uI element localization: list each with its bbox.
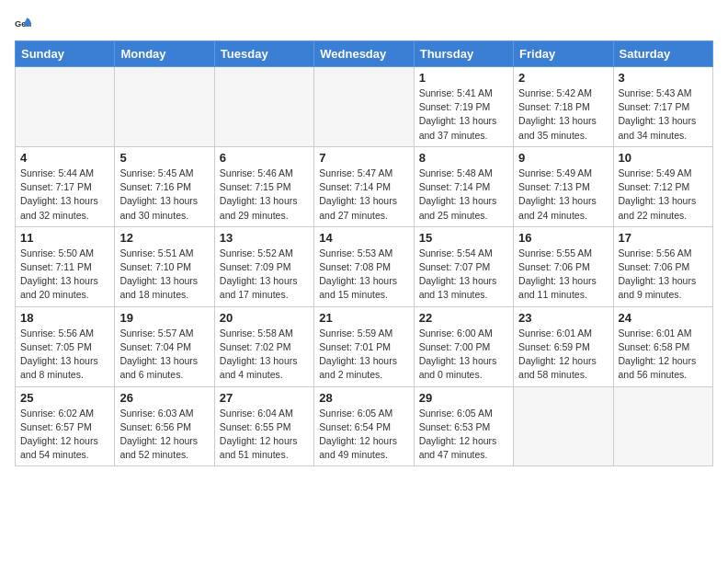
day-number: 26 [119, 391, 209, 405]
calendar-cell [613, 386, 712, 466]
calendar-cell [115, 67, 214, 147]
calendar-cell: 6Sunrise: 5:46 AM Sunset: 7:15 PM Daylig… [214, 146, 313, 226]
day-info: Sunrise: 6:04 AM Sunset: 6:55 PM Dayligh… [220, 407, 309, 463]
day-info: Sunrise: 5:41 AM Sunset: 7:19 PM Dayligh… [419, 86, 508, 143]
calendar-cell: 29Sunrise: 6:05 AM Sunset: 6:53 PM Dayli… [414, 386, 513, 466]
logo-icon: Gen [15, 15, 33, 33]
day-info: Sunrise: 5:54 AM Sunset: 7:07 PM Dayligh… [419, 247, 508, 303]
header-day-sunday: Sunday [16, 41, 115, 67]
calendar-cell: 14Sunrise: 5:53 AM Sunset: 7:08 PM Dayli… [314, 226, 414, 306]
day-number: 13 [220, 231, 309, 245]
day-info: Sunrise: 5:56 AM Sunset: 7:05 PM Dayligh… [20, 327, 109, 383]
header-row: SundayMondayTuesdayWednesdayThursdayFrid… [16, 41, 713, 67]
day-number: 25 [20, 391, 109, 405]
day-info: Sunrise: 5:49 AM Sunset: 7:12 PM Dayligh… [619, 167, 708, 223]
logo: Gen [15, 15, 37, 33]
day-info: Sunrise: 6:01 AM Sunset: 6:59 PM Dayligh… [518, 327, 608, 383]
header-day-tuesday: Tuesday [214, 41, 313, 67]
calendar-cell: 1Sunrise: 5:41 AM Sunset: 7:19 PM Daylig… [414, 67, 513, 147]
calendar-cell: 5Sunrise: 5:45 AM Sunset: 7:16 PM Daylig… [115, 146, 214, 226]
calendar-cell: 11Sunrise: 5:50 AM Sunset: 7:11 PM Dayli… [16, 226, 115, 306]
calendar-cell: 17Sunrise: 5:56 AM Sunset: 7:06 PM Dayli… [613, 226, 712, 306]
calendar-cell: 26Sunrise: 6:03 AM Sunset: 6:56 PM Dayli… [115, 386, 214, 466]
header-day-saturday: Saturday [613, 41, 712, 67]
day-number: 22 [419, 311, 508, 325]
calendar-cell: 3Sunrise: 5:43 AM Sunset: 7:17 PM Daylig… [613, 67, 712, 147]
day-number: 2 [518, 71, 608, 85]
day-info: Sunrise: 5:48 AM Sunset: 7:14 PM Dayligh… [419, 167, 508, 223]
day-info: Sunrise: 6:05 AM Sunset: 6:53 PM Dayligh… [419, 407, 508, 463]
day-info: Sunrise: 5:52 AM Sunset: 7:09 PM Dayligh… [220, 247, 309, 303]
week-row-5: 25Sunrise: 6:02 AM Sunset: 6:57 PM Dayli… [16, 386, 713, 466]
header-day-wednesday: Wednesday [314, 41, 414, 67]
calendar-cell: 18Sunrise: 5:56 AM Sunset: 7:05 PM Dayli… [16, 306, 115, 386]
day-number: 14 [319, 231, 408, 245]
day-info: Sunrise: 6:02 AM Sunset: 6:57 PM Dayligh… [20, 407, 109, 463]
calendar-cell: 4Sunrise: 5:44 AM Sunset: 7:17 PM Daylig… [16, 146, 115, 226]
calendar-cell: 8Sunrise: 5:48 AM Sunset: 7:14 PM Daylig… [414, 146, 513, 226]
calendar-cell: 13Sunrise: 5:52 AM Sunset: 7:09 PM Dayli… [214, 226, 313, 306]
day-number: 4 [20, 151, 109, 165]
day-number: 7 [319, 151, 408, 165]
day-info: Sunrise: 5:53 AM Sunset: 7:08 PM Dayligh… [319, 247, 408, 303]
day-info: Sunrise: 5:50 AM Sunset: 7:11 PM Dayligh… [20, 247, 109, 303]
calendar-cell: 16Sunrise: 5:55 AM Sunset: 7:06 PM Dayli… [514, 226, 613, 306]
day-info: Sunrise: 5:59 AM Sunset: 7:01 PM Dayligh… [319, 327, 408, 383]
calendar-cell: 20Sunrise: 5:58 AM Sunset: 7:02 PM Dayli… [214, 306, 313, 386]
day-number: 10 [619, 151, 708, 165]
calendar-cell [16, 67, 115, 147]
calendar-cell: 28Sunrise: 6:05 AM Sunset: 6:54 PM Dayli… [314, 386, 414, 466]
day-number: 29 [419, 391, 508, 405]
day-info: Sunrise: 5:55 AM Sunset: 7:06 PM Dayligh… [518, 247, 608, 303]
calendar-cell: 24Sunrise: 6:01 AM Sunset: 6:58 PM Dayli… [613, 306, 712, 386]
calendar-cell: 25Sunrise: 6:02 AM Sunset: 6:57 PM Dayli… [16, 386, 115, 466]
day-number: 12 [119, 231, 209, 245]
day-info: Sunrise: 6:00 AM Sunset: 7:00 PM Dayligh… [419, 327, 508, 383]
calendar-cell: 27Sunrise: 6:04 AM Sunset: 6:55 PM Dayli… [214, 386, 313, 466]
calendar-cell: 10Sunrise: 5:49 AM Sunset: 7:12 PM Dayli… [613, 146, 712, 226]
calendar-cell: 9Sunrise: 5:49 AM Sunset: 7:13 PM Daylig… [514, 146, 613, 226]
day-info: Sunrise: 5:56 AM Sunset: 7:06 PM Dayligh… [619, 247, 708, 303]
day-number: 27 [220, 391, 309, 405]
calendar-cell [214, 67, 313, 147]
day-info: Sunrise: 5:51 AM Sunset: 7:10 PM Dayligh… [119, 247, 209, 303]
day-info: Sunrise: 5:46 AM Sunset: 7:15 PM Dayligh… [220, 167, 309, 223]
day-number: 11 [20, 231, 109, 245]
day-info: Sunrise: 5:57 AM Sunset: 7:04 PM Dayligh… [119, 327, 209, 383]
day-info: Sunrise: 5:47 AM Sunset: 7:14 PM Dayligh… [319, 167, 408, 223]
header-day-thursday: Thursday [414, 41, 513, 67]
header-day-monday: Monday [115, 41, 214, 67]
day-number: 5 [119, 151, 209, 165]
day-info: Sunrise: 6:03 AM Sunset: 6:56 PM Dayligh… [119, 407, 209, 463]
header-day-friday: Friday [514, 41, 613, 67]
calendar-cell: 22Sunrise: 6:00 AM Sunset: 7:00 PM Dayli… [414, 306, 513, 386]
calendar-cell: 2Sunrise: 5:42 AM Sunset: 7:18 PM Daylig… [514, 67, 613, 147]
day-info: Sunrise: 6:05 AM Sunset: 6:54 PM Dayligh… [319, 407, 408, 463]
day-info: Sunrise: 6:01 AM Sunset: 6:58 PM Dayligh… [619, 327, 708, 383]
day-number: 1 [419, 71, 508, 85]
day-number: 3 [619, 71, 708, 85]
day-number: 23 [518, 311, 608, 325]
week-row-1: 1Sunrise: 5:41 AM Sunset: 7:19 PM Daylig… [16, 67, 713, 147]
day-number: 20 [220, 311, 309, 325]
day-info: Sunrise: 5:43 AM Sunset: 7:17 PM Dayligh… [619, 86, 708, 143]
day-info: Sunrise: 5:58 AM Sunset: 7:02 PM Dayligh… [220, 327, 309, 383]
week-row-3: 11Sunrise: 5:50 AM Sunset: 7:11 PM Dayli… [16, 226, 713, 306]
week-row-4: 18Sunrise: 5:56 AM Sunset: 7:05 PM Dayli… [16, 306, 713, 386]
day-number: 8 [419, 151, 508, 165]
day-number: 19 [119, 311, 209, 325]
day-number: 16 [518, 231, 608, 245]
calendar-cell: 15Sunrise: 5:54 AM Sunset: 7:07 PM Dayli… [414, 226, 513, 306]
calendar-cell: 7Sunrise: 5:47 AM Sunset: 7:14 PM Daylig… [314, 146, 414, 226]
day-number: 18 [20, 311, 109, 325]
day-number: 6 [220, 151, 309, 165]
week-row-2: 4Sunrise: 5:44 AM Sunset: 7:17 PM Daylig… [16, 146, 713, 226]
calendar-cell: 19Sunrise: 5:57 AM Sunset: 7:04 PM Dayli… [115, 306, 214, 386]
day-info: Sunrise: 5:44 AM Sunset: 7:17 PM Dayligh… [20, 167, 109, 223]
day-number: 28 [319, 391, 408, 405]
day-number: 9 [518, 151, 608, 165]
header: Gen [15, 15, 713, 33]
calendar-cell: 23Sunrise: 6:01 AM Sunset: 6:59 PM Dayli… [514, 306, 613, 386]
calendar-cell: 21Sunrise: 5:59 AM Sunset: 7:01 PM Dayli… [314, 306, 414, 386]
calendar-cell [314, 67, 414, 147]
